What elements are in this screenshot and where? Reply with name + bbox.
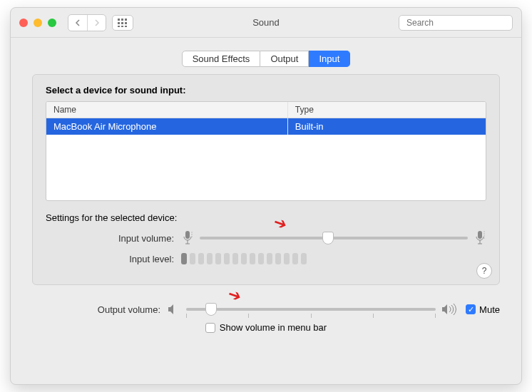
level-bar <box>190 253 195 264</box>
checkbox-icon: ✓ <box>466 304 476 314</box>
svg-point-20 <box>484 231 484 232</box>
svg-rect-11 <box>185 231 190 239</box>
level-bar <box>301 253 307 264</box>
table-row[interactable]: MacBook Air Microphone Built-in <box>46 118 486 135</box>
output-slider[interactable] <box>186 308 436 311</box>
level-bar <box>267 253 272 264</box>
zoom-icon[interactable] <box>48 19 56 27</box>
level-bar <box>275 253 281 264</box>
mute-checkbox[interactable]: ✓ Mute <box>466 304 500 315</box>
mute-label: Mute <box>479 304 500 315</box>
search-field[interactable] <box>399 15 513 31</box>
level-bar <box>284 253 290 264</box>
svg-rect-6 <box>118 26 120 27</box>
svg-point-14 <box>191 232 192 232</box>
slider-ticks <box>186 314 436 318</box>
input-panel: Select a device for sound input: Name Ty… <box>32 74 500 285</box>
minimize-icon[interactable] <box>34 19 42 27</box>
input-level-label: Input level: <box>46 254 181 264</box>
search-input[interactable] <box>406 18 513 28</box>
titlebar: Sound <box>11 8 521 38</box>
speaker-low-icon <box>168 304 180 315</box>
svg-rect-1 <box>121 19 123 21</box>
output-section: ➔ Output volume: ✓ Mute Show volume <box>11 294 521 339</box>
checkbox-icon <box>205 323 215 333</box>
column-name: Name <box>46 102 288 118</box>
level-bar <box>207 253 213 264</box>
level-bar <box>250 253 255 264</box>
tab-bar: Sound Effects Output Input <box>32 51 500 67</box>
svg-rect-3 <box>118 22 120 24</box>
speaker-high-icon <box>441 304 459 315</box>
level-bar <box>258 253 264 264</box>
device-name: MacBook Air Microphone <box>46 118 288 135</box>
slider-track[interactable] <box>200 237 468 239</box>
svg-rect-5 <box>125 22 127 24</box>
microphone-low-icon <box>181 230 194 246</box>
input-level-meter <box>181 253 486 264</box>
level-bar <box>224 253 230 264</box>
output-volume-row: ➔ Output volume: ✓ Mute <box>32 304 500 315</box>
level-bar <box>198 253 204 264</box>
close-icon[interactable] <box>19 19 28 27</box>
svg-point-23 <box>484 237 484 238</box>
svg-rect-2 <box>125 19 127 21</box>
device-type: Built-in <box>288 118 486 135</box>
slider-thumb[interactable] <box>322 232 334 244</box>
slider-thumb[interactable] <box>205 303 217 316</box>
show-in-menubar-checkbox[interactable]: Show volume in menu bar <box>32 322 500 333</box>
level-bar <box>292 253 298 264</box>
tab-input[interactable]: Input <box>309 51 350 67</box>
grid-icon <box>118 19 128 27</box>
svg-rect-4 <box>121 22 123 24</box>
chevron-right-icon <box>93 19 101 26</box>
help-button[interactable]: ? <box>476 263 492 279</box>
level-bar <box>181 253 187 264</box>
panel-title: Select a device for sound input: <box>46 85 486 96</box>
svg-rect-17 <box>478 231 482 239</box>
level-bar <box>241 253 247 264</box>
input-volume-slider[interactable] <box>181 230 486 246</box>
svg-rect-8 <box>125 26 127 27</box>
input-volume-label: Input volume: <box>46 233 181 244</box>
svg-point-22 <box>484 235 484 236</box>
svg-rect-0 <box>118 19 120 21</box>
forward-button[interactable] <box>87 15 106 31</box>
output-volume-label: Output volume: <box>32 304 168 315</box>
device-table: Name Type MacBook Air Microphone Built-i… <box>46 101 486 201</box>
window-controls <box>19 19 56 27</box>
level-bar <box>232 253 238 264</box>
menubar-label: Show volume in menu bar <box>220 322 327 333</box>
settings-heading: Settings for the selected device: <box>46 212 486 223</box>
back-button[interactable] <box>68 15 87 31</box>
level-bar <box>215 253 221 264</box>
show-all-button[interactable] <box>112 15 133 31</box>
column-type: Type <box>288 102 486 118</box>
svg-point-15 <box>191 234 192 234</box>
table-header: Name Type <box>46 102 486 118</box>
tab-output[interactable]: Output <box>260 51 309 67</box>
tab-sound-effects[interactable]: Sound Effects <box>182 51 261 67</box>
svg-rect-7 <box>121 26 123 27</box>
microphone-high-icon <box>474 230 486 246</box>
svg-point-21 <box>484 233 484 234</box>
input-volume-row: ➔ Input volume: <box>46 230 486 246</box>
nav-buttons <box>68 14 106 31</box>
chevron-left-icon <box>74 19 81 26</box>
svg-point-16 <box>191 236 192 237</box>
sound-preferences-window: Sound Sound Effects Output Input Select … <box>10 7 522 385</box>
content-area: Sound Effects Output Input Select a devi… <box>11 38 521 294</box>
input-level-row: Input level: <box>46 253 486 264</box>
